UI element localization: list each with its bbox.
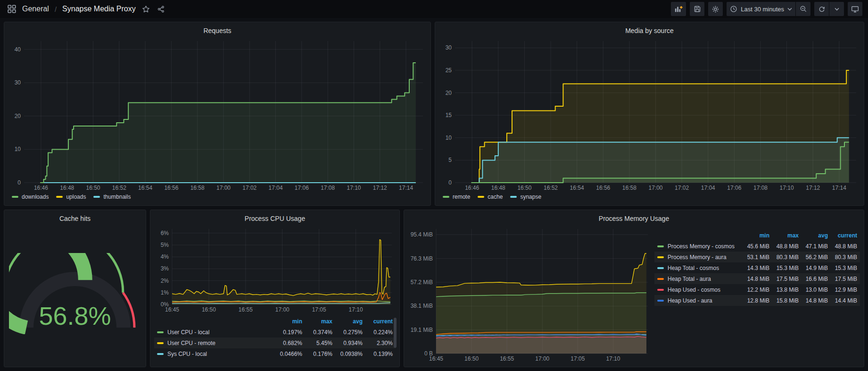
- panel-title[interactable]: Media by source: [439, 26, 860, 35]
- legend-col-header[interactable]: current: [828, 232, 857, 239]
- legend-item[interactable]: uploads: [56, 194, 86, 200]
- gauge-value: 56.8%: [39, 302, 111, 330]
- legend-table-row[interactable]: Process Memory - aura53.1 MiB80.3 MiB56.…: [654, 252, 860, 262]
- panel-process-memory-usage: Process Memory Usage 16:4516:5016:5517:0…: [404, 210, 864, 367]
- star-icon[interactable]: [141, 4, 151, 14]
- stat-value: 16.6 MiB: [799, 276, 828, 282]
- plus-icon: [680, 6, 682, 8]
- media-legend: remotecachesynapse: [439, 192, 860, 202]
- legend-col-header[interactable]: max: [769, 232, 799, 239]
- legend-swatch: [157, 331, 164, 333]
- add-panel-button[interactable]: [671, 2, 686, 16]
- svg-text:16:56: 16:56: [596, 185, 610, 191]
- breadcrumb: General / Synapse Media Proxy: [7, 4, 166, 14]
- panel-cache-hits: Cache hits 56.8%: [4, 210, 146, 367]
- stat-value: 15.3 MiB: [828, 265, 857, 271]
- legend-table-row[interactable]: User CPU - local0.197%0.374%0.275%0.224%: [154, 327, 396, 337]
- legend-item[interactable]: cache: [478, 194, 503, 200]
- legend-label: downloads: [22, 194, 49, 200]
- legend-col-header[interactable]: current: [363, 318, 393, 325]
- svg-text:17:06: 17:06: [295, 185, 309, 191]
- legend-item[interactable]: remote: [443, 194, 470, 200]
- cpu-chart[interactable]: 16:4516:5016:5517:0017:0517:100%1%2%3%4%…: [154, 224, 396, 314]
- legend-table-row[interactable]: Heap Used - aura12.8 MiB15.8 MiB14.8 MiB…: [654, 295, 860, 306]
- stat-value: 0.275%: [332, 329, 363, 336]
- cycle-view-mode-button[interactable]: [848, 2, 862, 16]
- svg-text:17:02: 17:02: [242, 185, 256, 191]
- svg-text:25: 25: [446, 67, 452, 74]
- panel-requests: Requests 16:4616:4816:5016:5216:5416:561…: [4, 22, 431, 206]
- legend-table-row[interactable]: Heap Total - aura14.8 MiB17.5 MiB16.6 Mi…: [654, 273, 860, 284]
- share-icon[interactable]: [156, 4, 166, 14]
- legend-swatch: [157, 342, 164, 344]
- svg-text:17:02: 17:02: [675, 185, 689, 191]
- panel-title[interactable]: Process Memory Usage: [408, 214, 860, 223]
- svg-text:17:06: 17:06: [727, 185, 741, 191]
- svg-text:17:05: 17:05: [570, 355, 585, 362]
- legend-col-header[interactable]: avg: [332, 318, 363, 325]
- series-label: User CPU - remote: [167, 340, 215, 346]
- save-dashboard-button[interactable]: [690, 2, 704, 16]
- panel-process-cpu-usage: Process CPU Usage 16:4516:5016:5517:0017…: [150, 210, 400, 367]
- svg-text:17:00: 17:00: [216, 185, 231, 191]
- dashboard-settings-button[interactable]: [708, 2, 723, 16]
- legend-table-row[interactable]: Sys CPU - local0.0466%0.176%0.0938%0.139…: [154, 348, 396, 359]
- refresh-interval-dropdown[interactable]: [829, 2, 844, 16]
- stat-value: 56.2 MiB: [799, 254, 828, 261]
- legend-table-row[interactable]: Heap Total - cosmos14.3 MiB15.3 MiB14.9 …: [654, 262, 860, 273]
- svg-text:16:48: 16:48: [60, 185, 74, 191]
- legend-swatch: [657, 245, 664, 247]
- series-label: Sys CPU - local: [167, 351, 207, 357]
- apps-grid-icon[interactable]: [7, 4, 17, 14]
- time-range-picker[interactable]: Last 30 minutes: [727, 2, 795, 16]
- svg-text:2%: 2%: [161, 278, 169, 284]
- legend-label: thumbnails: [103, 194, 131, 200]
- stat-value: 0.0466%: [272, 351, 302, 357]
- stat-value: 48.8 MiB: [828, 243, 857, 250]
- requests-chart[interactable]: 16:4616:4816:5016:5216:5416:5616:5817:00…: [8, 36, 427, 192]
- legend-item[interactable]: thumbnails: [93, 194, 131, 200]
- memory-chart[interactable]: 16:4516:5016:5517:0017:0517:100 B19.1 Mi…: [408, 224, 652, 363]
- legend-item[interactable]: downloads: [12, 194, 49, 200]
- zoom-out-time-button[interactable]: [796, 2, 810, 16]
- svg-text:16:50: 16:50: [517, 185, 531, 191]
- legend-item[interactable]: synapse: [510, 194, 541, 200]
- stat-value: 0.197%: [272, 329, 302, 336]
- svg-text:16:54: 16:54: [138, 185, 152, 191]
- legend-scrollbar[interactable]: [394, 318, 397, 348]
- svg-text:76.3 MiB: 76.3 MiB: [411, 255, 433, 262]
- legend-col-header[interactable]: min: [740, 232, 769, 239]
- svg-text:20: 20: [15, 113, 21, 119]
- panel-title[interactable]: Requests: [8, 26, 427, 35]
- panel-media-by-source: Media by source 16:4616:4816:5016:5216:5…: [435, 22, 864, 206]
- media-chart[interactable]: 16:4616:4816:5016:5216:5416:5616:5817:00…: [439, 36, 860, 192]
- breadcrumb-folder[interactable]: General: [22, 5, 49, 13]
- panel-title[interactable]: Cache hits: [8, 214, 142, 223]
- stat-value: 15.3 MiB: [769, 265, 799, 271]
- svg-text:17:10: 17:10: [780, 185, 794, 191]
- dashboard-grid: Requests 16:4616:4816:5016:5216:5416:561…: [0, 22, 868, 367]
- legend-col-header[interactable]: max: [302, 318, 332, 325]
- legend-table-row[interactable]: User CPU - remote0.682%5.45%0.934%2.30%: [154, 337, 396, 348]
- svg-text:6%: 6%: [161, 230, 169, 236]
- svg-text:17:00: 17:00: [275, 306, 289, 313]
- legend-col-header[interactable]: avg: [799, 232, 828, 239]
- svg-text:5%: 5%: [161, 242, 169, 248]
- legend-table-row[interactable]: Heap Used - cosmos12.2 MiB13.8 MiB13.0 M…: [654, 284, 860, 295]
- legend-col-header[interactable]: min: [272, 318, 302, 325]
- memory-legend-table: minmaxavgcurrentProcess Memory - cosmos4…: [652, 224, 860, 363]
- series-label: Heap Total - cosmos: [668, 265, 719, 271]
- requests-legend: downloadsuploadsthumbnails: [8, 192, 427, 202]
- legend-label: remote: [453, 194, 470, 200]
- legend-table-row[interactable]: Process Memory - cosmos45.6 MiB48.8 MiB4…: [654, 241, 860, 252]
- series-label: User CPU - local: [167, 329, 209, 336]
- refresh-button[interactable]: [814, 2, 829, 16]
- dashboard-title[interactable]: Synapse Media Proxy: [62, 5, 136, 13]
- svg-text:16:54: 16:54: [570, 185, 584, 191]
- svg-text:10: 10: [15, 146, 21, 152]
- clock-icon: [730, 5, 737, 13]
- panel-title[interactable]: Process CPU Usage: [154, 214, 396, 223]
- stat-value: 0.0938%: [332, 351, 363, 357]
- svg-text:16:52: 16:52: [112, 185, 126, 191]
- legend-swatch: [657, 267, 664, 269]
